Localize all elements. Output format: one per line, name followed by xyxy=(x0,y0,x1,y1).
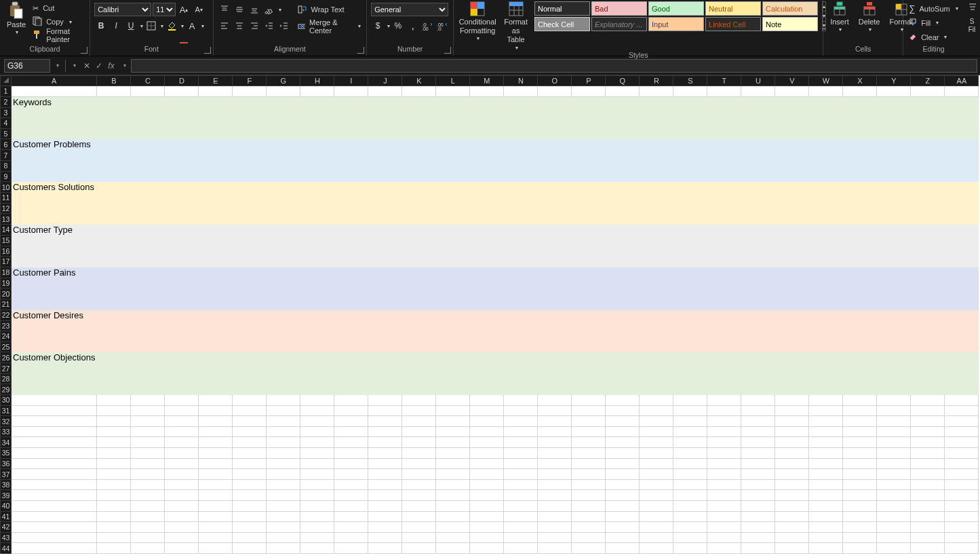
cell[interactable] xyxy=(606,320,640,331)
cell[interactable] xyxy=(368,107,402,118)
row-header-14[interactable]: 14 xyxy=(1,224,12,235)
cell[interactable] xyxy=(436,235,470,246)
cell[interactable] xyxy=(436,96,470,107)
cell[interactable] xyxy=(436,139,470,150)
cell[interactable] xyxy=(470,479,504,490)
col-header-D[interactable]: D xyxy=(165,76,199,86)
cell[interactable] xyxy=(673,437,707,448)
cell[interactable] xyxy=(504,331,538,342)
cell[interactable] xyxy=(267,257,300,267)
cell[interactable] xyxy=(12,160,97,171)
cell[interactable] xyxy=(504,458,538,469)
cell[interactable] xyxy=(131,532,165,543)
cell[interactable] xyxy=(334,448,368,459)
cell[interactable] xyxy=(436,384,470,395)
cell[interactable] xyxy=(538,299,572,310)
cell[interactable] xyxy=(402,479,436,490)
cell[interactable] xyxy=(436,128,470,139)
decrease-indent-button[interactable] xyxy=(262,19,276,33)
cell[interactable] xyxy=(572,458,606,469)
cell[interactable] xyxy=(707,448,741,459)
cell[interactable] xyxy=(97,511,131,522)
row-header-16[interactable]: 16 xyxy=(1,246,12,257)
cell[interactable] xyxy=(911,182,945,193)
cell[interactable] xyxy=(673,267,707,278)
format-painter-button[interactable]: Format Painter xyxy=(31,29,85,42)
cell[interactable] xyxy=(707,224,741,235)
cell[interactable] xyxy=(911,501,945,512)
style-calculation[interactable]: Calculation xyxy=(762,1,818,16)
cell[interactable] xyxy=(707,373,741,384)
cell[interactable] xyxy=(741,490,775,501)
cell[interactable] xyxy=(402,532,436,543)
cell[interactable] xyxy=(334,501,368,512)
cell[interactable] xyxy=(402,150,436,161)
cell[interactable] xyxy=(809,384,843,395)
cell[interactable] xyxy=(640,182,673,193)
sort-filter-button[interactable]: SFil xyxy=(965,1,979,34)
cell[interactable] xyxy=(640,150,673,161)
cell[interactable] xyxy=(673,278,707,288)
cell[interactable] xyxy=(640,437,673,448)
cell[interactable] xyxy=(12,395,97,406)
cell[interactable] xyxy=(300,458,334,469)
cell[interactable] xyxy=(97,278,131,288)
cell[interactable] xyxy=(809,501,843,512)
cell[interactable] xyxy=(267,150,300,161)
cell[interactable] xyxy=(775,139,809,150)
cell[interactable] xyxy=(741,257,775,267)
cell[interactable] xyxy=(843,458,877,469)
cell[interactable] xyxy=(572,501,606,512)
delete-button[interactable]: Delete▾ xyxy=(856,1,883,33)
cell[interactable] xyxy=(945,118,979,129)
row-header-26[interactable]: 26 xyxy=(1,352,12,363)
cell[interactable] xyxy=(673,490,707,501)
cell[interactable] xyxy=(741,310,775,320)
cell[interactable] xyxy=(538,193,572,204)
cell[interactable] xyxy=(233,373,267,384)
style-explanatory-[interactable]: Explanatory ... xyxy=(591,17,647,31)
cell[interactable] xyxy=(911,267,945,278)
cell[interactable] xyxy=(572,182,606,193)
cell[interactable] xyxy=(368,426,402,437)
cell[interactable] xyxy=(843,490,877,501)
cell[interactable] xyxy=(368,235,402,246)
cell[interactable] xyxy=(606,171,640,182)
cell[interactable] xyxy=(165,150,199,161)
cell[interactable] xyxy=(131,107,165,118)
cell[interactable] xyxy=(131,543,165,554)
cell[interactable] xyxy=(470,257,504,267)
orientation-button[interactable]: ab xyxy=(262,3,276,16)
col-header-C[interactable]: C xyxy=(131,76,165,86)
cell[interactable] xyxy=(911,193,945,204)
cell[interactable] xyxy=(165,437,199,448)
cell[interactable] xyxy=(538,310,572,320)
cell[interactable] xyxy=(12,193,97,204)
cell[interactable] xyxy=(12,522,97,533)
cell[interactable] xyxy=(436,501,470,512)
cell[interactable] xyxy=(97,193,131,204)
cell[interactable] xyxy=(470,235,504,246)
borders-button[interactable] xyxy=(144,19,158,33)
cell[interactable] xyxy=(707,490,741,501)
underline-button[interactable]: U xyxy=(124,19,138,33)
cell[interactable] xyxy=(436,448,470,459)
cell[interactable] xyxy=(640,299,673,310)
col-header-A[interactable]: A xyxy=(12,76,97,86)
cell[interactable] xyxy=(640,288,673,299)
cell[interactable] xyxy=(97,214,131,225)
cell[interactable] xyxy=(300,171,334,182)
cell[interactable] xyxy=(12,373,97,384)
cell[interactable] xyxy=(843,278,877,288)
cell[interactable] xyxy=(402,257,436,267)
cell[interactable] xyxy=(436,150,470,161)
row-header-33[interactable]: 33 xyxy=(1,426,12,437)
cell[interactable] xyxy=(368,532,402,543)
cell[interactable] xyxy=(199,139,233,150)
cell[interactable] xyxy=(606,182,640,193)
cell[interactable] xyxy=(640,363,673,374)
cell[interactable] xyxy=(233,458,267,469)
cell[interactable] xyxy=(199,320,233,331)
cell[interactable] xyxy=(402,373,436,384)
cell[interactable] xyxy=(741,107,775,118)
